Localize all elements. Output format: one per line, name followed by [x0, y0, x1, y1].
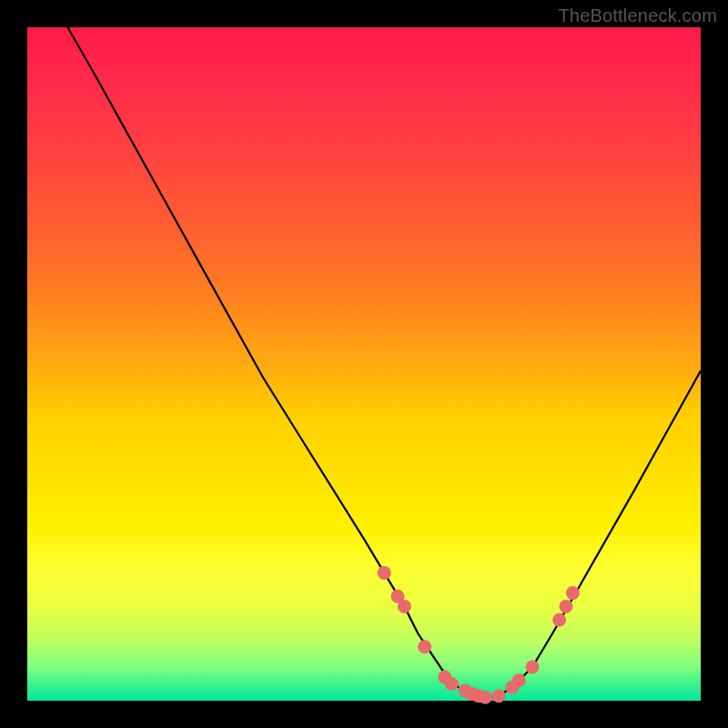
chart-plot-area: [27, 27, 701, 701]
chart-marker: [479, 691, 492, 704]
chart-marker: [566, 586, 580, 600]
watermark-text: TheBottleneck.com: [558, 5, 717, 26]
chart-marker: [526, 661, 540, 674]
chart-marker: [418, 640, 431, 653]
chart-markers: [378, 566, 580, 704]
chart-marker: [378, 566, 391, 580]
chart-svg: [27, 27, 701, 701]
chart-marker: [552, 613, 566, 627]
chart-marker: [445, 677, 459, 691]
chart-marker: [512, 673, 526, 687]
chart-marker: [560, 600, 573, 613]
chart-marker: [398, 600, 411, 613]
bottleneck-curve: [67, 27, 701, 697]
chart-marker: [492, 689, 506, 703]
